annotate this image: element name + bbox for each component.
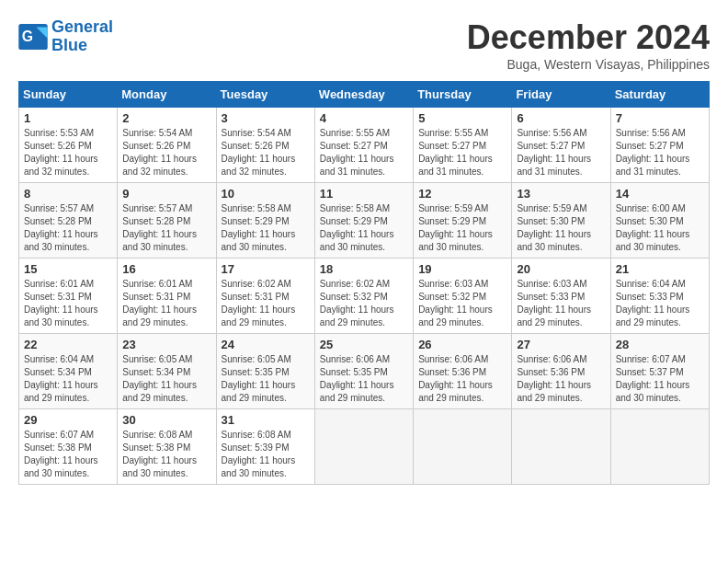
calendar-day-cell: 16Sunrise: 6:01 AMSunset: 5:31 PMDayligh… <box>118 259 216 334</box>
calendar-day-cell <box>314 409 413 485</box>
logo-line1: General <box>51 17 113 36</box>
calendar-day-cell: 24Sunrise: 6:05 AMSunset: 5:35 PMDayligh… <box>216 334 314 409</box>
calendar-day-cell: 15Sunrise: 6:01 AMSunset: 5:31 PMDayligh… <box>19 259 118 334</box>
day-info: Sunrise: 5:56 AMSunset: 5:27 PMDaylight:… <box>616 127 704 178</box>
logo-line2: Blue <box>51 36 87 54</box>
calendar-day-cell <box>610 409 709 485</box>
weekday-header-thursday: Thursday <box>414 82 512 108</box>
day-number: 8 <box>24 187 112 201</box>
calendar-day-cell: 11Sunrise: 5:58 AMSunset: 5:29 PMDayligh… <box>314 183 413 259</box>
day-info: Sunrise: 5:57 AMSunset: 5:28 PMDaylight:… <box>122 202 210 254</box>
day-info: Sunrise: 5:55 AMSunset: 5:27 PMDaylight:… <box>418 127 506 178</box>
weekday-header-sunday: Sunday <box>19 82 118 108</box>
day-number: 18 <box>320 262 408 276</box>
calendar-day-cell: 14Sunrise: 6:00 AMSunset: 5:30 PMDayligh… <box>610 183 709 259</box>
weekday-header-saturday: Saturday <box>610 82 709 108</box>
day-info: Sunrise: 5:57 AMSunset: 5:28 PMDaylight:… <box>24 202 112 254</box>
calendar-day-cell: 10Sunrise: 5:58 AMSunset: 5:29 PMDayligh… <box>216 183 314 259</box>
day-info: Sunrise: 6:08 AMSunset: 5:38 PMDaylight:… <box>122 429 210 480</box>
day-number: 7 <box>616 111 704 125</box>
calendar-week-row: 8Sunrise: 5:57 AMSunset: 5:28 PMDaylight… <box>19 183 710 259</box>
day-number: 19 <box>418 262 506 276</box>
weekday-header-friday: Friday <box>512 82 610 108</box>
calendar-day-cell: 9Sunrise: 5:57 AMSunset: 5:28 PMDaylight… <box>118 183 216 259</box>
day-number: 12 <box>418 187 506 201</box>
calendar-day-cell: 23Sunrise: 6:05 AMSunset: 5:34 PMDayligh… <box>118 334 216 409</box>
calendar-day-cell: 30Sunrise: 6:08 AMSunset: 5:38 PMDayligh… <box>118 409 216 485</box>
day-info: Sunrise: 6:03 AMSunset: 5:33 PMDaylight:… <box>517 278 605 329</box>
month-title: December 2024 <box>467 18 710 57</box>
day-info: Sunrise: 5:54 AMSunset: 5:26 PMDaylight:… <box>222 127 310 178</box>
calendar-day-cell: 7Sunrise: 5:56 AMSunset: 5:27 PMDaylight… <box>610 108 709 183</box>
calendar-day-cell: 21Sunrise: 6:04 AMSunset: 5:33 PMDayligh… <box>610 259 709 334</box>
day-number: 21 <box>616 262 704 276</box>
location: Buga, Western Visayas, Philippines <box>467 57 710 72</box>
day-info: Sunrise: 5:59 AMSunset: 5:29 PMDaylight:… <box>418 202 506 254</box>
day-info: Sunrise: 6:02 AMSunset: 5:32 PMDaylight:… <box>320 278 408 329</box>
svg-text:G: G <box>22 29 33 44</box>
day-number: 9 <box>122 187 210 201</box>
calendar-day-cell: 6Sunrise: 5:56 AMSunset: 5:27 PMDaylight… <box>512 108 610 183</box>
logo: G General Blue <box>18 18 113 55</box>
day-info: Sunrise: 6:06 AMSunset: 5:36 PMDaylight:… <box>418 353 506 405</box>
day-number: 11 <box>320 187 408 201</box>
calendar-week-row: 22Sunrise: 6:04 AMSunset: 5:34 PMDayligh… <box>19 334 710 409</box>
day-number: 3 <box>222 111 310 125</box>
calendar-day-cell: 5Sunrise: 5:55 AMSunset: 5:27 PMDaylight… <box>414 108 512 183</box>
day-number: 30 <box>122 413 210 427</box>
weekday-header-wednesday: Wednesday <box>314 82 413 108</box>
logo-text: General Blue <box>51 18 113 55</box>
calendar-day-cell: 27Sunrise: 6:06 AMSunset: 5:36 PMDayligh… <box>512 334 610 409</box>
calendar-day-cell: 26Sunrise: 6:06 AMSunset: 5:36 PMDayligh… <box>414 334 512 409</box>
day-info: Sunrise: 6:01 AMSunset: 5:31 PMDaylight:… <box>24 278 112 329</box>
calendar-day-cell: 4Sunrise: 5:55 AMSunset: 5:27 PMDaylight… <box>314 108 413 183</box>
day-number: 1 <box>24 111 112 125</box>
day-number: 5 <box>418 111 506 125</box>
day-number: 2 <box>122 111 210 125</box>
day-number: 24 <box>222 338 310 351</box>
day-number: 28 <box>616 338 704 351</box>
calendar-day-cell: 1Sunrise: 5:53 AMSunset: 5:26 PMDaylight… <box>19 108 118 183</box>
calendar-week-row: 29Sunrise: 6:07 AMSunset: 5:38 PMDayligh… <box>19 409 710 485</box>
day-info: Sunrise: 6:02 AMSunset: 5:31 PMDaylight:… <box>222 278 310 329</box>
weekday-header-row: SundayMondayTuesdayWednesdayThursdayFrid… <box>19 82 710 108</box>
calendar-day-cell <box>512 409 610 485</box>
day-info: Sunrise: 6:01 AMSunset: 5:31 PMDaylight:… <box>122 278 210 329</box>
day-info: Sunrise: 6:05 AMSunset: 5:34 PMDaylight:… <box>122 353 210 405</box>
day-number: 13 <box>517 187 605 201</box>
day-info: Sunrise: 6:08 AMSunset: 5:39 PMDaylight:… <box>222 429 310 480</box>
logo-icon: G <box>18 24 48 50</box>
day-info: Sunrise: 5:58 AMSunset: 5:29 PMDaylight:… <box>222 202 310 254</box>
day-info: Sunrise: 6:06 AMSunset: 5:35 PMDaylight:… <box>320 353 408 405</box>
day-info: Sunrise: 6:07 AMSunset: 5:38 PMDaylight:… <box>24 429 112 480</box>
day-number: 4 <box>320 111 408 125</box>
day-info: Sunrise: 6:06 AMSunset: 5:36 PMDaylight:… <box>517 353 605 405</box>
day-number: 22 <box>24 338 112 351</box>
calendar-day-cell: 8Sunrise: 5:57 AMSunset: 5:28 PMDaylight… <box>19 183 118 259</box>
day-info: Sunrise: 5:54 AMSunset: 5:26 PMDaylight:… <box>122 127 210 178</box>
day-info: Sunrise: 6:05 AMSunset: 5:35 PMDaylight:… <box>222 353 310 405</box>
day-info: Sunrise: 5:55 AMSunset: 5:27 PMDaylight:… <box>320 127 408 178</box>
page-header: G General Blue December 2024 Buga, Weste… <box>18 18 710 72</box>
calendar-week-row: 15Sunrise: 6:01 AMSunset: 5:31 PMDayligh… <box>19 259 710 334</box>
calendar-day-cell: 31Sunrise: 6:08 AMSunset: 5:39 PMDayligh… <box>216 409 314 485</box>
day-number: 29 <box>24 413 112 427</box>
calendar-day-cell <box>414 409 512 485</box>
calendar-table: SundayMondayTuesdayWednesdayThursdayFrid… <box>18 81 710 485</box>
day-info: Sunrise: 5:59 AMSunset: 5:30 PMDaylight:… <box>517 202 605 254</box>
day-number: 15 <box>24 262 112 276</box>
day-info: Sunrise: 5:56 AMSunset: 5:27 PMDaylight:… <box>517 127 605 178</box>
calendar-day-cell: 19Sunrise: 6:03 AMSunset: 5:32 PMDayligh… <box>414 259 512 334</box>
day-number: 14 <box>616 187 704 201</box>
calendar-day-cell: 3Sunrise: 5:54 AMSunset: 5:26 PMDaylight… <box>216 108 314 183</box>
day-number: 23 <box>122 338 210 351</box>
calendar-day-cell: 2Sunrise: 5:54 AMSunset: 5:26 PMDaylight… <box>118 108 216 183</box>
day-number: 6 <box>517 111 605 125</box>
calendar-day-cell: 22Sunrise: 6:04 AMSunset: 5:34 PMDayligh… <box>19 334 118 409</box>
day-number: 16 <box>122 262 210 276</box>
calendar-day-cell: 12Sunrise: 5:59 AMSunset: 5:29 PMDayligh… <box>414 183 512 259</box>
day-info: Sunrise: 6:07 AMSunset: 5:37 PMDaylight:… <box>616 353 704 405</box>
weekday-header-monday: Monday <box>118 82 216 108</box>
day-info: Sunrise: 6:04 AMSunset: 5:34 PMDaylight:… <box>24 353 112 405</box>
calendar-day-cell: 29Sunrise: 6:07 AMSunset: 5:38 PMDayligh… <box>19 409 118 485</box>
